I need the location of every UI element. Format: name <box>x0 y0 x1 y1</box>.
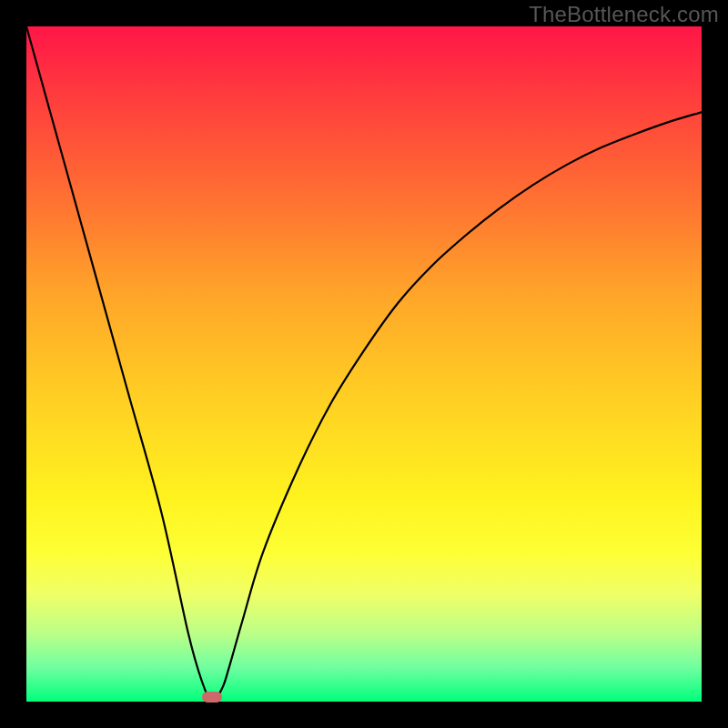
plot-area <box>26 26 702 702</box>
watermark-text: TheBottleneck.com <box>529 2 719 27</box>
minimum-marker <box>202 692 222 703</box>
chart-frame: TheBottleneck.com <box>0 0 728 728</box>
bottleneck-curve <box>26 26 702 702</box>
